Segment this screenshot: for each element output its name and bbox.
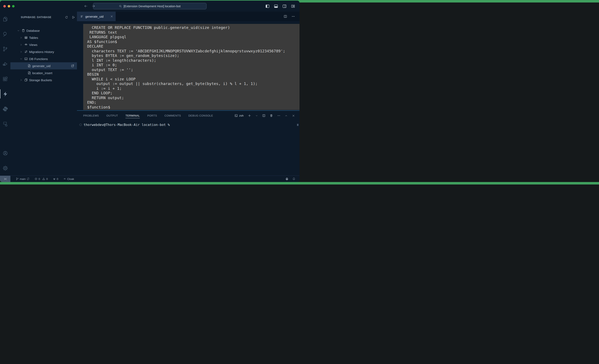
warning-count: 0 (46, 178, 48, 181)
tree-item-migrations-history[interactable]: Migrations History (10, 48, 77, 55)
search-icon (119, 5, 122, 8)
tab-debug-console[interactable]: DEBUG CONSOLE (188, 111, 213, 120)
ports-count: 0 (57, 178, 58, 181)
editor-tab-bar: generate_uid (77, 12, 300, 21)
terminal-output[interactable]: thorwebdev@Thors-MacBook-Air location-bo… (77, 120, 300, 176)
tree-item-storage-buckets[interactable]: Storage Buckets (10, 76, 77, 84)
terminal-prompt: thorwebdev@Thors-MacBook-Air location-bo… (84, 123, 170, 127)
notifications-bell-icon[interactable] (292, 178, 295, 180)
panel-more-actions-icon[interactable] (277, 114, 280, 117)
open-function-external-icon[interactable] (71, 64, 74, 68)
chevron-down-icon (19, 58, 23, 60)
close-window-button[interactable] (3, 5, 6, 8)
python-icon[interactable] (0, 102, 10, 116)
table-icon (24, 36, 28, 39)
title-bar: [Extension Development Host] location-bo… (0, 1, 300, 12)
copilot-icon[interactable] (285, 178, 289, 181)
function-icon: (x) (24, 57, 28, 60)
refresh-icon[interactable] (65, 16, 68, 19)
tree-item-db-functions[interactable]: (x) DB Functions (10, 55, 77, 62)
cloak-eye-icon (63, 178, 66, 180)
cloak-label: Cloak (67, 178, 74, 181)
comments-icon[interactable] (0, 116, 10, 131)
close-panel-icon[interactable] (292, 114, 295, 117)
chevron-right-icon (19, 43, 23, 46)
svg-text:(x): (x) (25, 58, 27, 60)
tree-item-database[interactable]: Database (10, 27, 77, 34)
toggle-primary-sidebar-icon[interactable] (266, 5, 269, 8)
error-count: 0 (38, 178, 40, 181)
terminal-shell-selector[interactable]: zsh (235, 114, 244, 117)
tab-comments[interactable]: COMMENTS (165, 111, 181, 120)
database-icon (21, 29, 25, 32)
chevron-right-icon (19, 79, 23, 81)
window-controls (3, 1, 15, 12)
more-actions-icon[interactable] (291, 15, 295, 18)
toggle-secondary-sidebar-icon[interactable] (283, 5, 286, 8)
tree-item-generate-uid[interactable]: generate_uid (10, 62, 77, 69)
chevron-down-icon (17, 29, 20, 32)
tab-terminal[interactable]: TERMINAL (125, 111, 140, 120)
split-editor-icon[interactable] (284, 15, 287, 18)
tab-label: generate_uid (85, 15, 104, 18)
terminal-icon (235, 114, 238, 117)
tab-generate-uid[interactable]: generate_uid (77, 12, 116, 21)
supabase-icon[interactable] (0, 86, 10, 102)
ports-status[interactable]: 0 (53, 178, 58, 181)
terminal-dropdown-icon[interactable] (255, 114, 258, 117)
kill-terminal-icon[interactable] (270, 114, 273, 117)
tree-item-location-insert[interactable]: location_insert (10, 69, 77, 76)
explorer-icon[interactable] (0, 12, 10, 27)
maximize-panel-icon[interactable] (285, 114, 288, 117)
vscode-window: [Extension Development Host] location-bo… (0, 1, 300, 182)
status-bar: main 0 0 0 Cloak (0, 176, 300, 182)
sign-out-icon[interactable] (72, 16, 75, 19)
run-debug-icon[interactable] (0, 57, 10, 71)
split-terminal-icon[interactable] (262, 114, 265, 117)
error-icon (35, 178, 37, 180)
source-control-icon[interactable] (0, 42, 10, 57)
sql-code: CREATE OR REPLACE FUNCTION public.genera… (83, 24, 300, 110)
close-tab-icon[interactable] (110, 15, 113, 18)
tree-item-tables[interactable]: Tables (10, 34, 77, 41)
warning-icon (42, 178, 45, 180)
new-terminal-icon[interactable] (248, 114, 251, 117)
branch-name: main (20, 178, 26, 181)
database-tree: Database Tables Views Migrations History (10, 24, 77, 84)
supabase-sidebar: SUPABASE: DATABASE Database (10, 12, 77, 176)
sql-function-view[interactable]: CREATE OR REPLACE FUNCTION public.genera… (83, 24, 300, 110)
tab-output[interactable]: OUTPUT (106, 111, 118, 120)
panel-header: PROBLEMS OUTPUT TERMINAL PORTS COMMENTS … (77, 111, 300, 120)
command-decoration-icon (79, 124, 82, 126)
search-text: [Extension Development Host] location-bo… (123, 5, 181, 8)
toggle-panel-icon[interactable] (274, 5, 278, 8)
minimize-window-button[interactable] (8, 5, 10, 8)
git-branch-status[interactable]: main (16, 178, 29, 181)
sidebar-title: SUPABASE: DATABASE (21, 16, 51, 19)
tab-ports[interactable]: PORTS (147, 111, 157, 120)
navigate-forward-icon[interactable] (92, 4, 95, 8)
zoom-window-button[interactable] (12, 5, 15, 8)
terminal-scrollbar[interactable] (297, 124, 299, 126)
tree-item-views[interactable]: Views (10, 41, 77, 48)
chevron-right-icon (19, 51, 23, 53)
problems-status[interactable]: 0 0 (35, 178, 48, 181)
editor-area: generate_uid CREATE OR REPLACE F (77, 12, 300, 176)
settings-gear-icon[interactable] (0, 161, 10, 176)
account-icon[interactable] (0, 146, 10, 161)
search-sidebar-icon[interactable] (0, 27, 10, 42)
command-center-search[interactable]: [Extension Development Host] location-bo… (93, 3, 207, 9)
shell-label: zsh (239, 114, 244, 117)
cloak-status[interactable]: Cloak (63, 178, 74, 181)
chevron-right-icon (19, 36, 23, 39)
file-code-icon (27, 71, 31, 75)
branch-icon (16, 178, 19, 180)
radio-tower-icon (53, 178, 56, 180)
tab-problems[interactable]: PROBLEMS (83, 111, 99, 120)
navigate-back-icon[interactable] (84, 4, 88, 8)
extensions-icon[interactable] (0, 71, 10, 86)
customize-layout-icon[interactable] (291, 5, 295, 8)
file-code-icon (27, 64, 31, 68)
remote-indicator[interactable] (0, 176, 10, 182)
copy-pages-icon (24, 78, 28, 82)
